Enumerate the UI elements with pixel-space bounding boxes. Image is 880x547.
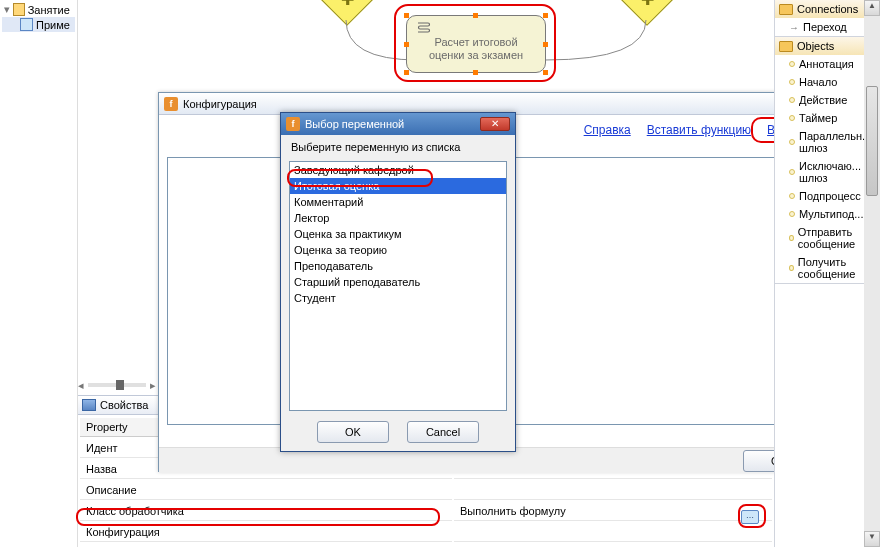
bullet-icon <box>789 61 795 67</box>
palette-item-label: Мультипод... <box>799 208 863 220</box>
bullet-icon <box>789 169 795 175</box>
resize-handle[interactable] <box>543 13 548 18</box>
chevron-right-icon[interactable]: ▸ <box>150 379 156 392</box>
dialog-title: Конфигурация <box>183 98 257 110</box>
resize-handle[interactable] <box>473 13 478 18</box>
list-item[interactable]: Студент <box>290 290 506 306</box>
bullet-icon <box>789 97 795 103</box>
palette-item-label: Переход <box>803 21 847 33</box>
resize-handle[interactable] <box>404 42 409 47</box>
dialog-title: Выбор переменной <box>305 118 404 130</box>
palette-group-title: Connections <box>797 3 858 15</box>
scrollbar[interactable]: ▲ ▼ <box>864 0 880 547</box>
bullet-icon <box>789 115 795 121</box>
palette-item-label: Получить сообщение <box>798 256 874 280</box>
process-icon <box>20 18 33 31</box>
chevron-left-icon[interactable]: ◂ <box>78 379 84 392</box>
bullet-icon <box>789 193 795 199</box>
table-row[interactable]: Описание <box>80 481 772 500</box>
tree-label: Приме <box>36 19 70 31</box>
gateway[interactable]: ✚ <box>320 0 374 26</box>
close-icon[interactable]: ✕ <box>480 117 510 131</box>
edit-configuration-button[interactable]: ⋯ <box>741 510 759 524</box>
bullet-icon <box>789 139 795 145</box>
folder-icon <box>13 3 25 16</box>
tree-item-child[interactable]: Приме <box>2 17 75 32</box>
palette-item-label: Подпроцесс <box>799 190 861 202</box>
resize-handle[interactable] <box>404 70 409 75</box>
task-text-line1: Расчет итоговой <box>434 36 517 48</box>
palette-item-label: Действие <box>799 94 847 106</box>
scroll-down-button[interactable]: ▼ <box>864 531 880 547</box>
palette-item-label: Начало <box>799 76 837 88</box>
scroll-up-button[interactable]: ▲ <box>864 0 880 16</box>
variable-picker-dialog: f Выбор переменной ✕ Выберите переменную… <box>280 112 516 452</box>
palette-item-label: Параллельн...шлюз <box>799 130 871 154</box>
project-tree[interactable]: ▾ Занятие 3 Приме <box>0 0 78 547</box>
scroll-thumb[interactable] <box>866 86 878 196</box>
tree-item-project[interactable]: ▾ Занятие 3 <box>2 2 75 17</box>
folder-icon <box>779 4 793 15</box>
folder-icon <box>779 41 793 52</box>
dialog-titlebar[interactable]: f Конфигурация ✕ <box>159 93 880 115</box>
palette-panel: Connections ⟲ → Переход Objects ⟲ Аннота… <box>774 0 880 547</box>
bullet-icon <box>789 79 795 85</box>
resize-handle[interactable] <box>543 70 548 75</box>
script-icon <box>415 22 433 36</box>
bullet-icon <box>789 235 794 241</box>
dialog-prompt: Выберите переменную из списка <box>281 135 515 159</box>
list-item[interactable]: Заведующий кафедрой <box>290 162 506 178</box>
cancel-button[interactable]: Cancel <box>407 421 479 443</box>
palette-item-label: Аннотация <box>799 58 854 70</box>
resize-handle[interactable] <box>473 70 478 75</box>
list-item[interactable]: Старший преподаватель <box>290 274 506 290</box>
list-item[interactable]: Оценка за практикум <box>290 226 506 242</box>
resize-handle[interactable] <box>543 42 548 47</box>
palette-item-label: Исключаю...шлюз <box>799 160 861 184</box>
insert-function-link[interactable]: Вставить функцию <box>647 123 751 137</box>
table-row[interactable]: Конфигурация <box>80 523 772 542</box>
table-row[interactable]: Класс обработчикаВыполнить формулу <box>80 502 772 521</box>
list-item[interactable]: Лектор <box>290 210 506 226</box>
app-icon: f <box>286 117 300 131</box>
list-item[interactable]: Оценка за теорию <box>290 242 506 258</box>
palette-group-title: Objects <box>797 40 834 52</box>
resize-handle[interactable] <box>404 13 409 18</box>
properties-title: Свойства <box>100 399 148 411</box>
ok-button[interactable]: OK <box>317 421 389 443</box>
palette-item-label: Таймер <box>799 112 837 124</box>
app-icon: f <box>164 97 178 111</box>
bullet-icon <box>789 211 795 217</box>
list-item[interactable]: Комментарий <box>290 194 506 210</box>
gateway[interactable]: ✚ <box>620 0 674 26</box>
properties-icon <box>82 399 96 411</box>
palette-item-label: Отправить сообщение <box>798 226 874 250</box>
script-task-node[interactable]: Расчет итоговой оценки за экзамен <box>406 15 546 73</box>
dialog-titlebar[interactable]: f Выбор переменной ✕ <box>281 113 515 135</box>
arrow-icon: → <box>789 22 799 33</box>
tree-label: Занятие 3 <box>28 4 73 16</box>
chevron-down-icon: ▾ <box>4 3 10 16</box>
configuration-dialog: f Конфигурация ✕ Справка Вставить функци… <box>158 92 880 472</box>
help-link[interactable]: Справка <box>584 123 631 137</box>
variable-list[interactable]: Заведующий кафедройИтоговая оценкаКоммен… <box>289 161 507 411</box>
list-item[interactable]: Преподаватель <box>290 258 506 274</box>
task-text-line2: оценки за экзамен <box>429 49 523 61</box>
bullet-icon <box>789 265 794 271</box>
list-item[interactable]: Итоговая оценка <box>290 178 506 194</box>
